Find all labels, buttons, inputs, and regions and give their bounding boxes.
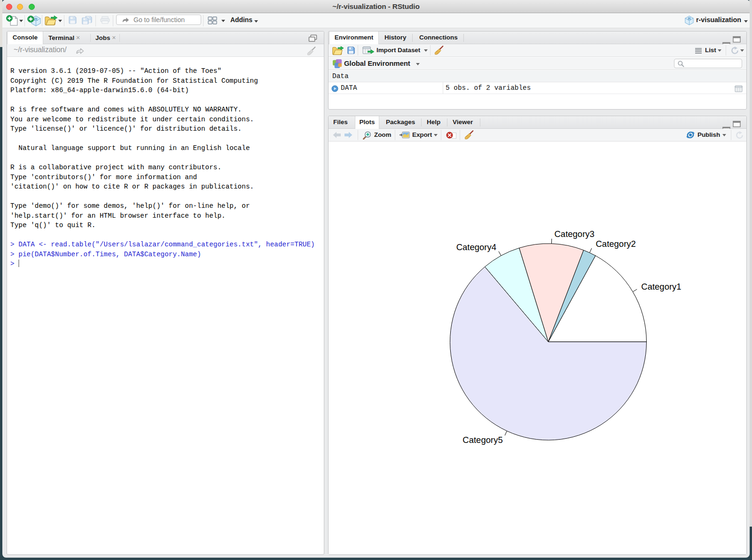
svg-text:Category3: Category3 xyxy=(555,229,595,239)
svg-text:Category2: Category2 xyxy=(596,239,636,249)
svg-text:Category5: Category5 xyxy=(462,435,502,445)
svg-text:Category4: Category4 xyxy=(456,242,496,252)
svg-text:Category1: Category1 xyxy=(641,282,681,292)
